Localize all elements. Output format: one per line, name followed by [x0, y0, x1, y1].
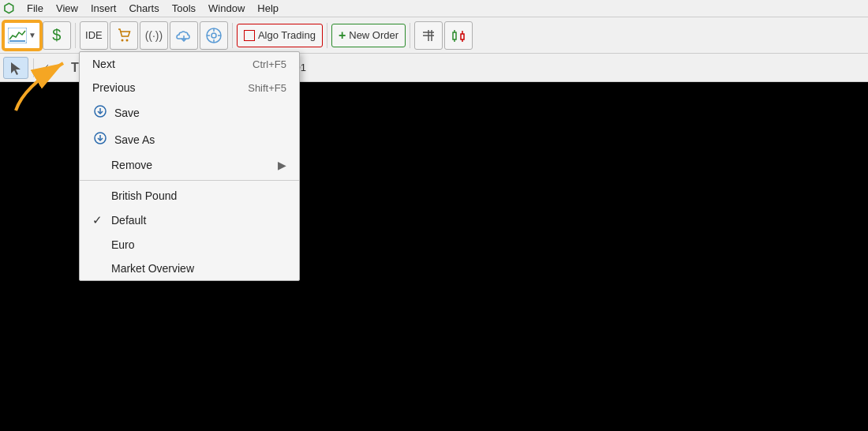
chart-template-icon — [8, 28, 27, 43]
trade-icon — [205, 27, 223, 44]
algo-trading-label: Algo Trading — [258, 29, 316, 41]
menu-item-default[interactable]: ✓ Default — [80, 208, 299, 233]
currency-button[interactable]: $ — [43, 21, 71, 50]
default-check: ✓ — [92, 213, 105, 227]
svg-point-3 — [125, 39, 128, 41]
previous-shortcut: Shift+F5 — [248, 82, 286, 94]
chart-dropdown-menu: Next Ctrl+F5 Previous Shift+F5 Save Save… — [79, 51, 300, 281]
line-tool-icon — [43, 62, 59, 74]
new-order-plus-icon: + — [339, 28, 346, 43]
next-label: Next — [92, 58, 115, 70]
line-tool-button[interactable] — [39, 58, 64, 78]
svg-rect-1 — [9, 40, 25, 42]
toolbar-main: ▼ $ IDE ((·)) — [0, 17, 868, 54]
ide-button[interactable]: IDE — [80, 21, 108, 50]
cloud-button[interactable] — [170, 21, 198, 50]
menu-item-euro[interactable]: Euro — [80, 233, 299, 257]
menu-item-previous[interactable]: Previous Shift+F5 — [80, 76, 299, 99]
text-tool-icon: T — [71, 61, 79, 75]
menu-item-save-as[interactable]: Save As — [80, 126, 299, 153]
euro-label: Euro — [111, 238, 135, 251]
next-shortcut: Ctrl+F5 — [253, 58, 286, 70]
svg-rect-15 — [453, 32, 456, 39]
cursor-icon — [9, 61, 22, 75]
remove-label: Remove — [111, 159, 152, 171]
shopping-icon — [116, 28, 132, 43]
algo-trading-button[interactable]: Algo Trading — [237, 24, 323, 47]
ide-label: IDE — [85, 29, 103, 41]
currency-icon: $ — [52, 26, 61, 44]
new-order-button[interactable]: + New Order — [331, 24, 406, 47]
menu-window[interactable]: Window — [202, 1, 251, 16]
dropdown-arrow-icon: ▼ — [28, 31, 36, 39]
separator-3 — [327, 23, 327, 48]
right-tool-2[interactable] — [444, 21, 473, 50]
save-label: Save — [114, 107, 140, 119]
app-icon: ⬡ — [3, 1, 14, 16]
separator-4 — [410, 23, 410, 48]
default-label: Default — [111, 214, 146, 227]
shopping-button[interactable] — [110, 21, 138, 50]
svg-point-2 — [121, 39, 123, 41]
menu-charts[interactable]: Charts — [122, 1, 165, 16]
menu-help[interactable]: Help — [251, 1, 285, 16]
signal-button[interactable]: ((·)) — [140, 21, 168, 50]
menu-file[interactable]: File — [21, 1, 50, 16]
arrange-icon — [421, 28, 436, 43]
menu-item-remove[interactable]: Remove ▶ — [80, 153, 299, 177]
new-order-label: New Order — [349, 29, 398, 41]
trade-button[interactable] — [200, 21, 228, 50]
menubar: ⬡ File View Insert Charts Tools Window H… — [0, 0, 868, 17]
svg-marker-21 — [11, 62, 21, 75]
save-as-label: Save As — [114, 133, 155, 146]
menu-divider — [80, 180, 299, 181]
menu-tools[interactable]: Tools — [166, 1, 202, 16]
algo-icon — [244, 30, 255, 41]
menu-item-british-pound[interactable]: British Pound — [80, 184, 299, 208]
menu-insert[interactable]: Insert — [84, 1, 123, 16]
cursor-tool-button[interactable] — [3, 57, 28, 79]
menu-item-save[interactable]: Save — [80, 99, 299, 126]
menu-view[interactable]: View — [50, 1, 84, 16]
right-tool-1[interactable] — [414, 21, 443, 50]
draw-separator-1 — [33, 58, 34, 77]
chart-template-button[interactable]: ▼ — [3, 21, 41, 50]
previous-label: Previous — [92, 81, 135, 94]
candle-chart-icon — [451, 28, 466, 43]
british-pound-label: British Pound — [111, 189, 177, 202]
menu-item-next[interactable]: Next Ctrl+F5 — [80, 52, 299, 76]
save-icon — [92, 105, 108, 121]
market-overview-label: Market Overview — [111, 262, 194, 275]
menu-item-market-overview[interactable]: Market Overview — [80, 257, 299, 280]
cloud-icon — [175, 29, 193, 42]
svg-point-6 — [211, 33, 216, 38]
signal-icon: ((·)) — [145, 29, 163, 42]
remove-submenu-arrow: ▶ — [278, 159, 286, 171]
separator-1 — [75, 23, 76, 48]
save-as-icon — [92, 132, 108, 148]
svg-rect-18 — [461, 34, 464, 39]
separator-2 — [232, 23, 233, 48]
